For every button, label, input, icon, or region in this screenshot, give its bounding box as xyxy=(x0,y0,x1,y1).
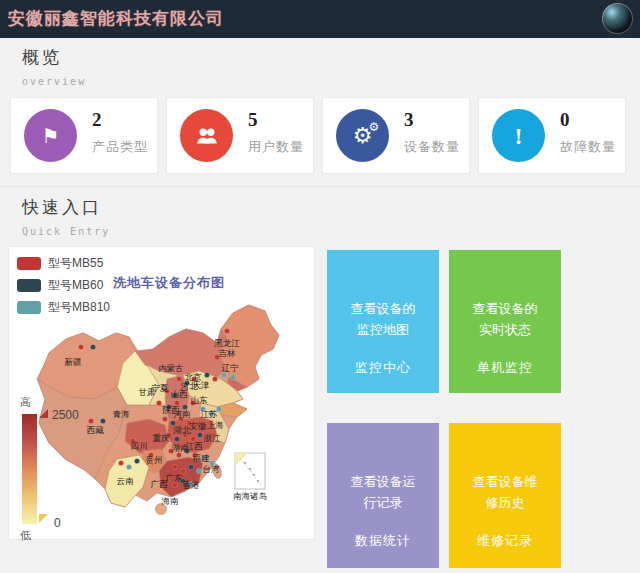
legend-swatch-mb55 xyxy=(17,257,41,270)
visual-map-max-value: 2500 xyxy=(52,408,79,422)
stat-label: 产品类型 xyxy=(92,138,148,156)
device-point-MB810[interactable] xyxy=(126,464,131,469)
quick-entry-section-title: 快速入口 xyxy=(22,196,102,219)
tile-label: 数据统计 xyxy=(355,530,411,551)
device-point-MB55[interactable] xyxy=(172,464,177,469)
province-label: 浙江 xyxy=(204,433,222,443)
exclamation-icon: ! xyxy=(492,109,545,162)
tile-description: 查看设备运行记录 xyxy=(348,471,418,513)
stat-card-users: 5 用户数量 xyxy=(166,97,314,174)
tile-repair-records[interactable]: 查看设备维修历史 维修记录 xyxy=(449,423,561,568)
province-label: 安徽 xyxy=(190,421,208,431)
device-point-MB810[interactable] xyxy=(196,468,201,473)
quick-entry-section-subtitle: Quick Entry xyxy=(22,226,110,237)
stat-card-product-types: ⚑ 2 产品类型 xyxy=(10,97,158,174)
visual-map-min-handle-icon[interactable] xyxy=(39,514,48,523)
tile-description: 查看设备的监控地图 xyxy=(348,298,418,340)
tile-label: 监控中心 xyxy=(355,357,411,378)
device-point-MB55[interactable] xyxy=(224,328,229,333)
province-label: 贵州 xyxy=(145,455,163,465)
stat-value: 0 xyxy=(560,109,570,131)
stat-value: 2 xyxy=(92,109,102,131)
south-china-sea-inset xyxy=(235,453,265,489)
device-point-MB60[interactable] xyxy=(90,344,95,349)
province-label: 河南 xyxy=(174,409,192,419)
gears-icon: ⚙⚙ xyxy=(336,109,389,162)
tile-single-machine-monitor[interactable]: 查看设备的实时状态 单机监控 xyxy=(449,250,561,393)
top-header-bar: 安徽丽鑫智能科技有限公司 xyxy=(0,0,640,38)
device-point-MB60[interactable] xyxy=(100,418,105,423)
flag-icon: ⚑ xyxy=(24,109,77,162)
province-label: 新疆 xyxy=(65,357,83,367)
province-label: 广东 xyxy=(166,473,184,483)
province-label: 四川 xyxy=(131,441,148,451)
device-point-MB55[interactable] xyxy=(162,416,167,421)
province-label: 辽宁 xyxy=(222,363,240,373)
stat-value: 3 xyxy=(404,109,414,131)
legend-label: 型号MB55 xyxy=(48,255,103,272)
device-point-MB810[interactable] xyxy=(230,374,235,379)
province-label: 云南 xyxy=(117,476,135,486)
province-label: 山东 xyxy=(191,395,209,405)
province-label: 江苏 xyxy=(201,409,219,419)
section-divider xyxy=(0,186,640,187)
province-label: 福建 xyxy=(192,453,211,463)
visual-map-low-label: 低 xyxy=(20,528,31,543)
province-label: 青海 xyxy=(113,409,131,419)
tile-data-statistics[interactable]: 查看设备运行记录 数据统计 xyxy=(327,423,439,568)
province-label: 香港 xyxy=(183,480,200,490)
province-label: 上海 xyxy=(207,420,225,430)
stat-card-devices: ⚙⚙ 3 设备数量 xyxy=(322,97,470,174)
stat-label: 用户数量 xyxy=(248,138,304,156)
device-point-MB55[interactable] xyxy=(172,482,177,487)
tile-label: 单机监控 xyxy=(477,357,533,378)
province-label: 台湾 xyxy=(203,464,221,474)
province-label: 南海诸岛 xyxy=(233,491,267,501)
tile-description: 查看设备维修历史 xyxy=(470,471,540,513)
device-distribution-map-panel: 型号MB55 型号MB60 型号MB810 洗地车设备分布图 xyxy=(8,246,315,540)
province-label: 海南 xyxy=(162,496,180,506)
province-label: 黑龙江 xyxy=(214,338,240,348)
legend-item-mb55[interactable]: 型号MB55 xyxy=(17,254,110,273)
device-point-MB60[interactable] xyxy=(134,458,139,463)
device-point-MB55[interactable] xyxy=(118,460,123,465)
visual-map-max-handle-icon[interactable] xyxy=(39,409,48,418)
stat-value: 5 xyxy=(248,109,258,131)
device-point-MB810[interactable] xyxy=(221,372,226,377)
province-label: 重庆 xyxy=(153,433,171,443)
device-point-MB55[interactable] xyxy=(88,418,93,423)
visual-map-bar[interactable]: 高 2500 0 低 xyxy=(17,395,87,535)
province-label: 江西 xyxy=(186,441,204,451)
map-title: 洗地车设备分布图 xyxy=(113,274,225,292)
device-point-MB55[interactable] xyxy=(212,376,217,381)
province-label: 吉林 xyxy=(219,348,237,358)
overview-section-title: 概览 xyxy=(22,46,62,69)
user-avatar-icon[interactable] xyxy=(602,3,633,34)
device-point-MB55[interactable] xyxy=(78,344,83,349)
stat-card-faults: ! 0 故障数量 xyxy=(478,97,626,174)
users-icon xyxy=(180,109,233,162)
stat-label: 故障数量 xyxy=(560,138,616,156)
device-point-MB55[interactable] xyxy=(156,400,161,405)
tile-monitoring-center[interactable]: 查看设备的监控地图 监控中心 xyxy=(327,250,439,393)
province-label: 西藏 xyxy=(87,425,105,435)
tile-description: 查看设备的实时状态 xyxy=(470,298,540,340)
company-title: 安徽丽鑫智能科技有限公司 xyxy=(8,7,224,30)
device-point-MB60[interactable] xyxy=(188,464,193,469)
device-point-MB60[interactable] xyxy=(204,372,209,377)
device-point-MB60[interactable] xyxy=(197,432,202,437)
province-label: 广西 xyxy=(151,479,169,489)
province-label: 湖北 xyxy=(173,425,192,435)
province-label: 内蒙古 xyxy=(158,363,184,373)
device-point-MB55[interactable] xyxy=(176,452,181,457)
stat-label: 设备数量 xyxy=(404,138,460,156)
device-point-MB60[interactable] xyxy=(174,436,179,441)
province-label: 天津 xyxy=(193,380,210,390)
visual-map-gradient[interactable] xyxy=(22,414,37,524)
visual-map-min-value: 0 xyxy=(54,516,61,530)
dashboard-page: 安徽丽鑫智能科技有限公司 概览 overview ⚑ 2 产品类型 5 用户数量… xyxy=(0,0,640,573)
province-label: 宁夏 xyxy=(152,383,169,393)
tile-label: 维修记录 xyxy=(477,530,533,551)
overview-section-subtitle: overview xyxy=(22,76,86,87)
visual-map-high-label: 高 xyxy=(20,395,31,410)
